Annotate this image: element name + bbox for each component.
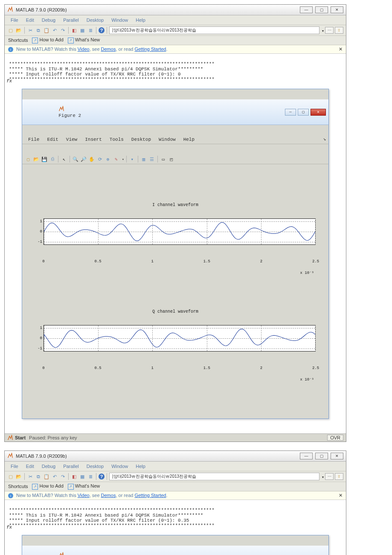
- fx-icon[interactable]: fx: [6, 525, 12, 530]
- zoomin-icon[interactable]: 🔍: [72, 156, 79, 163]
- current-folder-path[interactable]: |양대2013₩전공학습동아리₩2013전공학습: [109, 26, 319, 34]
- brush-dropdown[interactable]: [121, 157, 124, 162]
- close-button[interactable]: ✕: [331, 453, 343, 459]
- up-folder-button[interactable]: ⇧: [335, 473, 343, 480]
- minimize-button[interactable]: —: [300, 453, 313, 459]
- open-icon[interactable]: 📂: [33, 156, 40, 163]
- new-icon[interactable]: ▢: [25, 156, 32, 163]
- dock-icon[interactable]: ▭: [160, 156, 167, 163]
- cut-icon[interactable]: ✂: [27, 27, 34, 34]
- command-window[interactable]: fx**************************************…: [5, 54, 346, 433]
- redo-icon[interactable]: ↷: [59, 473, 66, 480]
- menu-file[interactable]: File: [7, 463, 22, 470]
- menu-parallel[interactable]: Parallel: [60, 17, 82, 23]
- help-icon[interactable]: ?: [99, 474, 105, 479]
- figure-minimize-button[interactable]: —: [285, 109, 296, 116]
- legend-icon[interactable]: ☰: [148, 156, 155, 163]
- simulink-icon[interactable]: ◧: [71, 27, 78, 34]
- fig-menu-edit[interactable]: Edit: [44, 136, 61, 143]
- video-link[interactable]: Video: [78, 493, 90, 498]
- browse-folder-button[interactable]: ⋯: [325, 27, 334, 34]
- matlab-logo-icon: [7, 453, 13, 459]
- brush-icon[interactable]: ✎: [113, 156, 119, 163]
- copy-icon[interactable]: ⧉: [35, 473, 42, 480]
- help-icon[interactable]: ?: [99, 27, 105, 33]
- figure-titlebar: Figure 2 — ▢ ✕: [22, 99, 328, 125]
- open-icon[interactable]: 📂: [15, 27, 22, 34]
- menu-desktop[interactable]: Desktop: [83, 463, 107, 470]
- print-icon[interactable]: ⎙: [49, 156, 56, 163]
- guide-icon[interactable]: ▦: [79, 473, 86, 480]
- new-icon[interactable]: ▢: [7, 27, 14, 34]
- menu-debug[interactable]: Debug: [38, 17, 59, 23]
- profiler-icon[interactable]: ≣: [87, 473, 94, 480]
- path-dropdown[interactable]: [321, 474, 324, 479]
- command-window[interactable]: fx**************************************…: [5, 500, 346, 555]
- figure-close-button[interactable]: ✕: [311, 109, 326, 116]
- simulink-icon[interactable]: ◧: [71, 473, 78, 480]
- shortcut-how-to-add[interactable]: ↗ How to Add: [32, 483, 63, 490]
- current-folder-path[interactable]: |양대2013₩전공학습동아리₩2013전공학습: [109, 473, 319, 480]
- cmd-line-1: ****************************************…: [9, 61, 215, 67]
- start-button[interactable]: Start: [7, 435, 26, 441]
- cut-icon[interactable]: ✂: [27, 473, 34, 480]
- menu-edit[interactable]: Edit: [23, 17, 38, 23]
- menu-window[interactable]: Window: [108, 463, 131, 470]
- demos-link[interactable]: Demos: [101, 493, 116, 498]
- rotate-icon[interactable]: ⟳: [96, 156, 103, 163]
- link-icon[interactable]: ▾: [129, 156, 136, 163]
- menu-edit[interactable]: Edit: [23, 463, 38, 470]
- menu-help[interactable]: Help: [132, 17, 149, 23]
- menu-parallel[interactable]: Parallel: [60, 463, 82, 470]
- arrow-icon[interactable]: ↖: [61, 156, 67, 163]
- browse-folder-button[interactable]: ⋯: [325, 473, 334, 480]
- getting-started-link[interactable]: Getting Started: [134, 46, 166, 52]
- fig-menu-desktop[interactable]: Desktop: [128, 136, 154, 143]
- save-icon[interactable]: 💾: [41, 156, 48, 163]
- figure-dock-toggle-icon[interactable]: ↘: [323, 136, 326, 143]
- path-dropdown[interactable]: [321, 28, 324, 33]
- fig-menu-window[interactable]: Window: [155, 136, 179, 143]
- zoomout-icon[interactable]: 🔎: [80, 156, 87, 163]
- paste-icon[interactable]: 📋: [43, 27, 50, 34]
- fig-menu-view[interactable]: View: [63, 136, 81, 143]
- figure-maximize-button[interactable]: ▢: [298, 109, 309, 116]
- menu-help[interactable]: Help: [132, 463, 149, 470]
- copy-icon[interactable]: ⧉: [35, 27, 42, 34]
- fig-menu-file[interactable]: File: [25, 136, 43, 143]
- getting-started-link[interactable]: Getting Started: [134, 493, 166, 498]
- shortcut-how-to-add[interactable]: ↗ How to Add: [32, 37, 63, 44]
- datacursor-icon[interactable]: ⊕: [105, 156, 111, 163]
- fig-menu-tools[interactable]: Tools: [106, 136, 127, 143]
- maximize-button[interactable]: ▢: [315, 453, 328, 459]
- minimize-button[interactable]: —: [300, 6, 313, 13]
- shortcut-whats-new[interactable]: ↗ What's New: [68, 37, 100, 44]
- notice-close-button[interactable]: ✕: [339, 493, 343, 498]
- undo-icon[interactable]: ↶: [51, 473, 58, 480]
- guide-icon[interactable]: ▦: [79, 27, 86, 34]
- fig-menu-help[interactable]: Help: [180, 136, 198, 143]
- shortcut-whats-new[interactable]: ↗ What's New: [68, 483, 100, 490]
- fig-menu-insert[interactable]: Insert: [81, 136, 105, 143]
- demos-link[interactable]: Demos: [101, 46, 116, 52]
- fx-icon[interactable]: fx: [6, 78, 12, 84]
- undock-icon[interactable]: ◰: [168, 156, 175, 163]
- maximize-button[interactable]: ▢: [315, 6, 328, 13]
- paste-icon[interactable]: 📋: [43, 473, 50, 480]
- up-folder-button[interactable]: ⇧: [335, 27, 343, 34]
- notice-close-button[interactable]: ✕: [339, 46, 343, 52]
- new-icon[interactable]: ▢: [7, 473, 14, 480]
- menu-file[interactable]: File: [7, 17, 22, 23]
- profiler-icon[interactable]: ≣: [87, 27, 94, 34]
- undo-icon[interactable]: ↶: [51, 27, 58, 34]
- redo-icon[interactable]: ↷: [59, 27, 66, 34]
- close-button[interactable]: ✕: [331, 6, 343, 13]
- open-icon[interactable]: 📂: [15, 473, 22, 480]
- menu-desktop[interactable]: Desktop: [83, 17, 107, 23]
- pan-icon[interactable]: ✋: [88, 156, 95, 163]
- menu-window[interactable]: Window: [108, 17, 131, 23]
- video-link[interactable]: Video: [78, 46, 90, 52]
- shortcut-icon: ↗: [68, 38, 74, 44]
- colorbar-icon[interactable]: ▥: [140, 156, 147, 163]
- menu-debug[interactable]: Debug: [38, 463, 59, 470]
